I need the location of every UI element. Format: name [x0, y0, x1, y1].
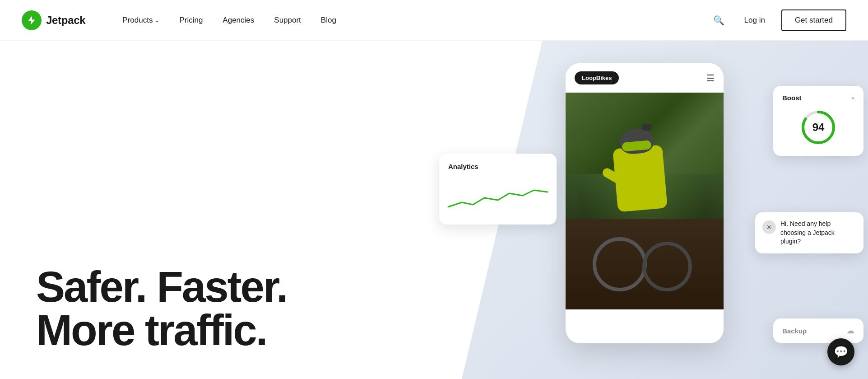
hero-title: Safer. Faster. More traffic.	[36, 265, 287, 352]
analytics-card-title: Analytics	[448, 163, 548, 170]
phone-mockup: LoopBikes ☰	[566, 63, 724, 343]
get-started-button[interactable]: Get started	[781, 9, 846, 31]
boost-card-title: Boost	[782, 94, 802, 102]
nav-pricing[interactable]: Pricing	[169, 0, 213, 41]
front-wheel	[593, 237, 647, 291]
analytics-card: Analytics	[439, 154, 557, 225]
main-nav: Products ⌄ Pricing Agencies Support Blog	[112, 0, 709, 41]
boost-card: Boost » 94	[773, 86, 863, 156]
main-content: Safer. Faster. More traffic. LoopBikes ☰	[0, 0, 868, 379]
backup-card-title: Backup	[782, 327, 807, 335]
hero-section: Safer. Faster. More traffic.	[36, 265, 287, 352]
rear-wheel	[642, 242, 692, 291]
nav-products[interactable]: Products ⌄	[112, 0, 169, 41]
chat-bubble: ✕ Hi. Need any help choosing a Jetpack p…	[755, 212, 863, 253]
boost-card-header: Boost »	[782, 94, 854, 102]
search-button[interactable]: 🔍	[710, 11, 728, 29]
cloud-icon: ☁	[846, 326, 854, 336]
close-chat-button[interactable]: ✕	[762, 220, 776, 234]
header-right: 🔍 Log in Get started	[710, 9, 846, 31]
mockup-area: LoopBikes ☰	[435, 41, 868, 379]
backup-card: Backup ☁	[773, 318, 863, 343]
chart-line	[448, 190, 548, 207]
logo-link[interactable]: Jetpack	[22, 10, 85, 30]
login-button[interactable]: Log in	[739, 12, 771, 28]
chat-fab-icon: 💬	[834, 345, 848, 359]
search-icon: 🔍	[713, 15, 724, 26]
boost-score-value: 94	[812, 121, 825, 134]
boost-chevron-icon: »	[851, 94, 854, 101]
phone-hero-image	[566, 93, 724, 309]
header: Jetpack Products ⌄ Pricing Agencies Supp…	[0, 0, 868, 41]
boost-circle-container: 94	[782, 107, 854, 148]
nav-agencies[interactable]: Agencies	[213, 0, 264, 41]
logo-text: Jetpack	[46, 14, 85, 27]
nav-support[interactable]: Support	[264, 0, 311, 41]
hamburger-icon: ☰	[706, 73, 715, 84]
chevron-down-icon: ⌄	[155, 17, 159, 23]
boost-score-circle: 94	[800, 109, 836, 145]
chat-fab-button[interactable]: 💬	[827, 338, 854, 365]
lightning-icon	[26, 15, 37, 26]
nav-blog[interactable]: Blog	[311, 0, 346, 41]
analytics-chart	[448, 178, 548, 214]
chat-text: Hi. Need any help choosing a Jetpack plu…	[780, 220, 856, 246]
phone-header: LoopBikes ☰	[566, 63, 724, 93]
camera-shape	[642, 124, 651, 131]
logo-icon	[22, 10, 42, 30]
site-name-badge: LoopBikes	[575, 71, 619, 84]
